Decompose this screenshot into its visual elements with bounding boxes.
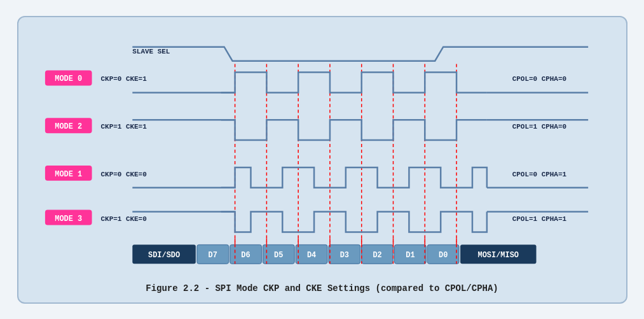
sdi-sdo-label: SDI/SDO: [148, 251, 180, 260]
waveform-diagram: text.mono { font-family: 'Courier New', …: [31, 29, 613, 277]
mosi-miso-label: MOSI/MISO: [477, 251, 518, 260]
diagram-container: text.mono { font-family: 'Courier New', …: [17, 16, 627, 304]
d7-label: D7: [208, 251, 217, 260]
mode2-cpol-cpha: CPOL=1 CPHA=0: [512, 123, 566, 131]
mode0-label: MODE 0: [55, 74, 82, 83]
d6-label: D6: [241, 251, 250, 260]
mode1-params: CKP=0 CKE=0: [100, 170, 146, 178]
d5-label: D5: [274, 251, 283, 260]
mode0-params: CKP=0 CKE=1: [100, 75, 147, 83]
mode3-label: MODE 3: [55, 214, 82, 223]
mode2-label: MODE 2: [55, 122, 82, 131]
slave-sel-label: SLAVE SEL: [132, 47, 170, 55]
figure-caption: Figure 2.2 - SPI Mode CKP and CKE Settin…: [31, 283, 613, 294]
d3-label: D3: [339, 251, 348, 260]
d2-label: D2: [373, 251, 381, 260]
d0-label: D0: [439, 251, 448, 260]
mode0-cpol-cpha: CPOL=0 CPHA=0: [512, 75, 566, 83]
mode3-params: CKP=1 CKE=0: [100, 215, 146, 222]
d4-label: D4: [306, 251, 315, 260]
mode2-params: CKP=1 CKE=1: [100, 123, 147, 131]
d1-label: D1: [406, 251, 414, 260]
mode1-cpol-cpha: CPOL=0 CPHA=1: [512, 170, 566, 178]
mode1-label: MODE 1: [55, 169, 82, 178]
mode3-cpol-cpha: CPOL=1 CPHA=1: [512, 215, 566, 222]
